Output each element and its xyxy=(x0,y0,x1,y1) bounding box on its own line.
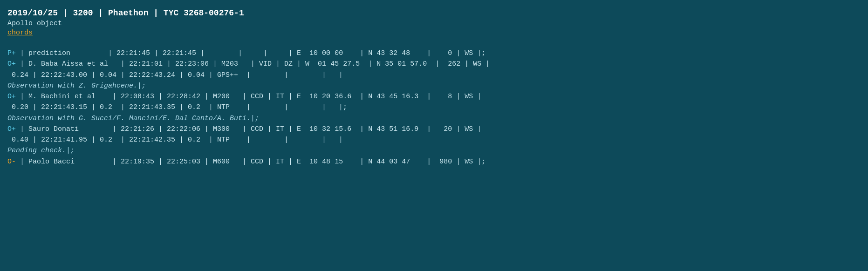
continuation-row: 0.20 | 22:21:43.15 | 0.2 | 22:21:43.35 |… xyxy=(7,102,861,113)
data-row: O+ | M. Bachini et al | 22:08:43 | 22:28… xyxy=(7,91,861,102)
row-prefix: O+ xyxy=(7,93,16,101)
italic-note: Pending check.|; xyxy=(7,145,861,156)
continuation-row: 0.24 | 22:22:43.00 | 0.04 | 22:22:43.24 … xyxy=(7,70,861,81)
continuation-row: 0.40 | 22:21:41.95 | 0.2 | 22:21:42.35 |… xyxy=(7,135,861,145)
header-title: 2019/10/25 | 3200 | Phaethon | TYC 3268-… xyxy=(7,8,861,18)
row-prefix: O+ xyxy=(7,125,16,133)
data-row: O+ | Sauro Donati | 22:21:26 | 22:22:06 … xyxy=(7,124,861,135)
data-block: P+ | prediction | 22:21:45 | 22:21:45 | … xyxy=(7,48,861,167)
data-row: P+ | prediction | 22:21:45 | 22:21:45 | … xyxy=(7,48,861,59)
row-prefix: O+ xyxy=(7,60,16,68)
row-prefix: P+ xyxy=(7,49,16,57)
data-row: O- | Paolo Bacci | 22:19:35 | 22:25:03 |… xyxy=(7,156,861,167)
data-row: O+ | D. Baba Aissa et al | 22:21:01 | 22… xyxy=(7,59,861,69)
chords-link[interactable]: chords xyxy=(7,29,33,37)
subtitle: Apollo object xyxy=(7,20,861,27)
italic-note: Observation with Z. Grigahcene.|; xyxy=(7,81,861,91)
row-prefix: O- xyxy=(7,158,16,166)
italic-note: Observation with G. Succi/F. Mancini/E. … xyxy=(7,113,861,124)
